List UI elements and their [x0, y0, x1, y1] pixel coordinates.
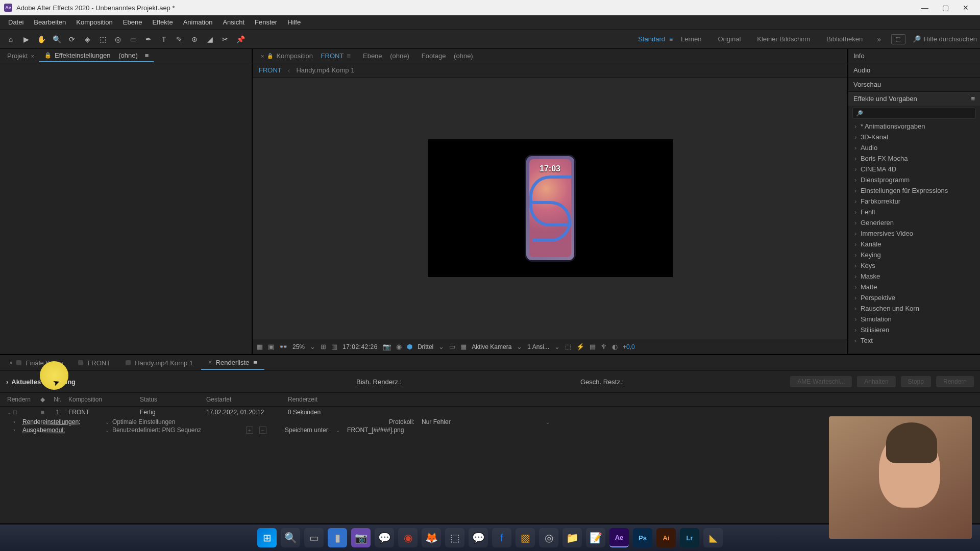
effects-category[interactable]: Generieren: [848, 217, 980, 228]
pen-tool-icon[interactable]: ✒: [141, 32, 156, 46]
view-count[interactable]: 1 Ansi...: [527, 343, 549, 350]
effects-category[interactable]: Kanäle: [848, 239, 980, 249]
effects-category[interactable]: 3D-Kanal: [848, 132, 980, 142]
panel-menu-icon[interactable]: ≡: [253, 359, 257, 366]
render-queue-tab[interactable]: × Renderliste ≡: [201, 356, 264, 370]
puppet-tool-icon[interactable]: 📌: [233, 32, 248, 46]
show-snapshot-icon[interactable]: ◉: [396, 343, 402, 350]
chevron-down-icon[interactable]: ⌄: [310, 343, 315, 350]
composition-viewer[interactable]: 17:03: [253, 78, 847, 339]
info-panel-header[interactable]: Info: [848, 49, 980, 63]
comp-tab-ebene[interactable]: Ebene (ohne): [357, 50, 415, 62]
close-icon[interactable]: ×: [9, 360, 12, 366]
panel-menu-icon[interactable]: ≡: [347, 52, 351, 60]
camera-tool-icon[interactable]: ⬚: [95, 32, 110, 46]
toggle-transparency-icon[interactable]: ▣: [268, 343, 274, 350]
effects-category[interactable]: Farbkorrektur: [848, 196, 980, 207]
notepad-icon[interactable]: 📝: [586, 528, 605, 547]
col-render[interactable]: Rendern: [4, 395, 35, 404]
chevron-right-icon[interactable]: ›: [13, 418, 15, 425]
start-button[interactable]: ⊞: [257, 528, 277, 547]
obs-icon[interactable]: ◎: [539, 528, 558, 547]
menu-komposition[interactable]: Komposition: [71, 16, 118, 28]
workspace-menu-icon[interactable]: ≡: [669, 36, 673, 43]
chevron-down-icon[interactable]: ⌄: [554, 343, 560, 350]
col-composition[interactable]: Komposition: [65, 395, 137, 404]
effects-category[interactable]: Matte: [848, 282, 980, 292]
channel-icon[interactable]: ⬢: [407, 343, 412, 350]
menu-ansicht[interactable]: Ansicht: [217, 16, 250, 28]
audio-panel-header[interactable]: Audio: [848, 63, 980, 77]
menu-fenster[interactable]: Fenster: [250, 16, 282, 28]
ame-queue-button[interactable]: AME-Warteschl...: [790, 376, 852, 387]
app-icon[interactable]: 📷: [351, 528, 371, 547]
effects-category[interactable]: Text: [848, 335, 980, 346]
effects-category[interactable]: Simulation: [848, 314, 980, 324]
effects-category[interactable]: Maske: [848, 271, 980, 282]
col-started[interactable]: Gestartet: [203, 395, 285, 404]
safe-zones-icon[interactable]: ⊞: [321, 343, 326, 350]
task-view-icon[interactable]: ▭: [304, 528, 324, 547]
app-icon[interactable]: ▧: [516, 528, 535, 547]
effects-category[interactable]: CINEMA 4D: [848, 164, 980, 174]
timeline-tab-handy[interactable]: Handy.mp4 Komp 1: [118, 357, 200, 369]
chevron-down-icon[interactable]: ⌄: [546, 419, 550, 425]
illustrator-icon[interactable]: Ai: [656, 528, 676, 547]
messenger-icon[interactable]: 💬: [469, 528, 488, 547]
comp-tab-footage[interactable]: Footage (ohne): [415, 50, 479, 62]
render-settings-value[interactable]: Optimale Einstellungen: [112, 418, 240, 425]
col-rendertime[interactable]: Renderzeit: [285, 395, 366, 404]
effects-category[interactable]: Einstellungen für Expressions: [848, 185, 980, 196]
transparency-grid-icon[interactable]: ▦: [460, 343, 467, 350]
selection-tool-icon[interactable]: ▶: [19, 32, 33, 46]
exposure-value[interactable]: +0,0: [623, 343, 635, 350]
home-tool-icon[interactable]: ⌂: [4, 32, 18, 46]
effects-category[interactable]: Audio: [848, 142, 980, 153]
effects-category[interactable]: Perspektive: [848, 292, 980, 303]
workspace-standard[interactable]: Standard: [630, 33, 673, 45]
shape-tool-icon[interactable]: ▭: [126, 32, 140, 46]
lightroom-icon[interactable]: Lr: [680, 528, 699, 547]
after-effects-icon[interactable]: Ae: [609, 528, 629, 547]
effects-search-input[interactable]: 🔎: [852, 108, 976, 119]
close-button[interactable]: ✕: [955, 0, 976, 15]
photoshop-icon[interactable]: Ps: [633, 528, 652, 547]
protocol-value[interactable]: Nur Fehler: [422, 418, 451, 425]
eraser-tool-icon[interactable]: ◢: [203, 32, 217, 46]
workspace-kleiner[interactable]: Kleiner Bildschirm: [749, 33, 818, 45]
effect-controls-tab[interactable]: 🔒 Effekteinstellungen (ohne) ≡: [39, 49, 154, 62]
app-icon[interactable]: ◣: [703, 528, 723, 547]
grid-icon[interactable]: ▥: [331, 343, 337, 350]
preview-panel-header[interactable]: Vorschau: [848, 78, 980, 91]
snapping-toggle[interactable]: ⬚: [891, 34, 905, 44]
stop-button[interactable]: Stopp: [901, 376, 931, 387]
timeline-tab-front[interactable]: FRONT: [71, 357, 117, 369]
search-icon[interactable]: 🔍: [281, 528, 300, 547]
effects-list[interactable]: * Animationsvorgaben 3D-Kanal Audio Bori…: [848, 121, 980, 354]
render-settings-label[interactable]: Rendereinstellungen:: [22, 418, 99, 425]
roi-icon[interactable]: ▭: [449, 343, 455, 350]
add-output-icon[interactable]: +: [246, 427, 253, 434]
maximize-button[interactable]: ▢: [935, 0, 955, 15]
timeline-tab-finale[interactable]: × Finale Komp: [2, 357, 70, 369]
project-tab[interactable]: Projekt ×: [2, 50, 39, 62]
app-icon[interactable]: ▮: [328, 528, 347, 547]
whatsapp-icon[interactable]: 💬: [375, 528, 394, 547]
type-tool-icon[interactable]: T: [157, 32, 171, 46]
menu-animation[interactable]: Animation: [178, 16, 218, 28]
effects-category[interactable]: Immersives Video: [848, 228, 980, 239]
hand-tool-icon[interactable]: ✋: [34, 32, 48, 46]
effects-category[interactable]: Keying: [848, 249, 980, 260]
facebook-icon[interactable]: f: [492, 528, 511, 547]
fast-preview-icon[interactable]: ⚡: [576, 343, 584, 350]
firefox-icon[interactable]: 🦊: [422, 528, 441, 547]
chevron-down-icon[interactable]: ⌄: [517, 343, 522, 350]
current-rendering-label[interactable]: › Aktuelles Rendering: [6, 378, 76, 386]
effects-category[interactable]: Fehlt: [848, 207, 980, 217]
pan-behind-tool-icon[interactable]: ◎: [111, 32, 125, 46]
app-icon[interactable]: ◉: [398, 528, 418, 547]
breadcrumb-handy[interactable]: Handy.mp4 Komp 1: [296, 66, 354, 74]
toggle-alpha-icon[interactable]: ▦: [257, 343, 263, 350]
brush-tool-icon[interactable]: ✎: [172, 32, 186, 46]
remove-output-icon[interactable]: −: [259, 427, 266, 434]
